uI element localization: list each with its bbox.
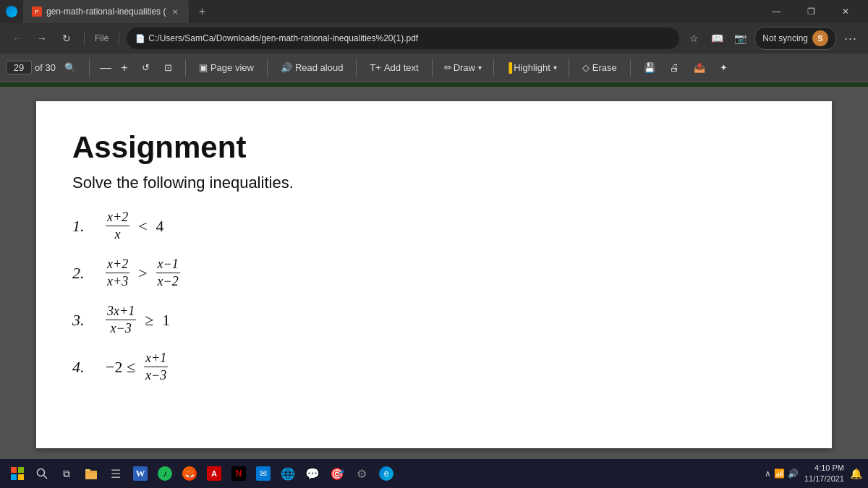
file-explorer-icon[interactable] — [80, 462, 103, 485]
search-icon: 🔍 — [64, 62, 76, 73]
draw-icon: ✏ — [444, 62, 452, 73]
fit-icon: ⊡ — [164, 62, 172, 73]
task-view-btn[interactable]: ⧉ — [55, 462, 78, 485]
reading-view-btn[interactable]: 📖 — [707, 28, 727, 48]
highlight-btn[interactable]: ▐ Highlight ▾ — [501, 59, 561, 76]
draw-btn[interactable]: ✏ Draw ▾ — [440, 59, 486, 76]
start-button[interactable] — [6, 462, 29, 485]
messenger-icon[interactable]: 💬 — [301, 462, 324, 485]
separator6 — [493, 59, 494, 77]
svg-rect-3 — [18, 474, 24, 480]
zoom-out-btn[interactable]: — — [97, 59, 114, 77]
title-bar-left: P gen-math-rational-inequalities ( ✕ + — [6, 0, 212, 23]
minimize-btn[interactable]: — — [760, 0, 793, 23]
problem-3: 3. 3x+1 x−3 ≥ 1 — [72, 304, 796, 336]
read-aloud-btn[interactable]: 🔊 Read aloud — [275, 59, 349, 76]
address-bar: ← → ↻ File 📄 C:/Users/SamCa/Downloads/ge… — [0, 23, 868, 53]
clock[interactable]: 4:10 PM 11/17/2021 — [804, 463, 844, 485]
network-icon: 📶 — [774, 468, 785, 479]
title-bar: P gen-math-rational-inequalities ( ✕ + —… — [0, 0, 868, 23]
firefox-icon[interactable]: 🦊 — [178, 462, 201, 485]
more-tools-icon: ✦ — [720, 62, 728, 73]
problem-4: 4. −2 ≤ x+1 x−3 — [72, 351, 796, 383]
screenshot-btn[interactable]: 📷 — [730, 28, 750, 48]
svg-rect-7 — [85, 469, 90, 471]
pdf-tab-icon: P — [32, 7, 42, 17]
bullseye-icon[interactable]: 🎯 — [326, 462, 349, 485]
svg-rect-1 — [18, 467, 24, 473]
separator5 — [432, 59, 433, 77]
notification-btn[interactable]: 🔔 — [850, 468, 862, 479]
gear-icon[interactable]: ⚙ — [350, 462, 373, 485]
highlight-label: Highlight — [514, 62, 550, 73]
time: 4:10 PM — [804, 463, 844, 474]
sync-label: Not syncing — [762, 33, 808, 43]
problem-3-num: 3. — [72, 311, 94, 330]
add-text-btn[interactable]: T+ Add text — [364, 59, 424, 76]
zoom-in-btn[interactable]: + — [116, 59, 133, 77]
more-options-btn[interactable]: ··· — [841, 28, 861, 48]
save-btn[interactable]: 💾 — [638, 59, 661, 76]
close-btn[interactable]: ✕ — [829, 0, 862, 23]
problems-list: 1. x+2 x < 4 2. x+2 — [72, 210, 796, 383]
url-text: C:/Users/SamCa/Downloads/gen-math-ration… — [148, 33, 418, 43]
page-view-btn[interactable]: ▣ Page view — [193, 59, 260, 76]
problem-4-expr: −2 ≤ x+1 x−3 — [106, 351, 168, 383]
sync-button[interactable]: Not syncing S — [754, 27, 836, 50]
separator8 — [630, 59, 631, 77]
teams-icon[interactable]: 🌐 — [276, 462, 299, 485]
more-tools-btn[interactable]: ✦ — [714, 59, 733, 76]
separator4 — [356, 59, 357, 77]
word-icon[interactable]: W — [129, 462, 152, 485]
spotify-icon[interactable]: ♪ — [153, 462, 176, 485]
erase-btn[interactable]: ◇ Erase — [576, 59, 623, 76]
fraction-1: x+2 x — [106, 210, 129, 242]
fraction-2a: x+2 x+3 — [106, 257, 129, 289]
new-tab-btn[interactable]: + — [192, 1, 212, 22]
mail-icon[interactable]: ✉ — [252, 462, 275, 485]
fit-page-btn[interactable]: ⊡ — [158, 59, 178, 76]
share-btn[interactable]: 📤 — [688, 59, 711, 76]
rotate-btn[interactable]: ↺ — [136, 59, 156, 76]
fraction-3: 3x+1 x−3 — [106, 304, 136, 336]
forward-btn[interactable]: → — [32, 28, 52, 48]
browser-icon — [6, 6, 17, 17]
share-icon: 📤 — [694, 62, 705, 73]
system-tray: ∧ 📶 🔊 — [765, 468, 799, 479]
separator2 — [185, 59, 186, 77]
problem-1: 1. x+2 x < 4 — [72, 210, 796, 242]
tab-close-btn[interactable]: ✕ — [170, 7, 180, 17]
url-bar[interactable]: 📄 C:/Users/SamCa/Downloads/gen-math-rati… — [127, 27, 679, 49]
active-tab[interactable]: P gen-math-rational-inequalities ( ✕ — [23, 0, 189, 23]
acrobat-icon[interactable]: A — [203, 462, 226, 485]
search-btn[interactable]: 🔍 — [59, 59, 82, 76]
pdf-page: Assignment Solve the following inequalit… — [36, 101, 832, 448]
address-separator2 — [119, 31, 119, 46]
print-btn[interactable]: 🖨 — [664, 59, 685, 76]
volume-icon: 🔊 — [788, 468, 799, 479]
back-btn[interactable]: ← — [7, 28, 27, 48]
pdf-content: Assignment Solve the following inequalit… — [0, 87, 868, 459]
page-view-icon: ▣ — [199, 62, 208, 73]
current-page[interactable]: 29 — [6, 61, 32, 74]
highlight-chevron-icon: ▾ — [553, 64, 557, 72]
date: 11/17/2021 — [804, 474, 844, 484]
draw-label: Draw — [454, 62, 475, 73]
favorites-btn[interactable]: ☆ — [684, 28, 704, 48]
maximize-btn[interactable]: ❐ — [794, 0, 827, 23]
tab-title: gen-math-rational-inequalities ( — [46, 7, 166, 17]
problem-3-expr: 3x+1 x−3 ≥ 1 — [106, 304, 170, 336]
refresh-btn[interactable]: ↻ — [56, 28, 77, 48]
problem-2: 2. x+2 x+3 > x−1 x−2 — [72, 257, 796, 289]
draw-chevron-icon: ▾ — [478, 64, 482, 72]
assignment-title: Assignment — [72, 130, 796, 165]
window-controls: — ❐ ✕ — [760, 0, 862, 23]
highlight-icon: ▐ — [506, 62, 512, 73]
edge-icon[interactable]: e — [375, 462, 398, 485]
fraction-2b: x−1 x−2 — [156, 257, 180, 289]
search-button[interactable] — [30, 462, 54, 485]
chevron-up-icon[interactable]: ∧ — [765, 468, 771, 479]
zoom-controls: — + — [97, 59, 133, 77]
settings-icon[interactable]: ☰ — [104, 462, 127, 485]
netflix-icon[interactable]: N — [227, 462, 250, 485]
